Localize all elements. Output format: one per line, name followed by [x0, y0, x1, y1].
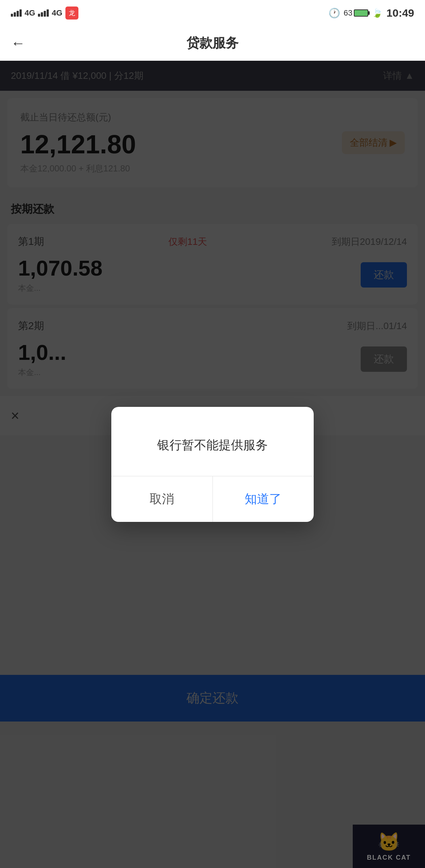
- dialog-confirm-button[interactable]: 知道了: [213, 476, 314, 522]
- signal-icon-2: [38, 9, 49, 17]
- dialog-body: 银行暂不能提供服务: [111, 407, 314, 476]
- dialog-message: 银行暂不能提供服务: [126, 436, 299, 454]
- alarm-icon: 🕐: [329, 8, 340, 19]
- status-right: 🕐 63 🍃 10:49: [329, 7, 414, 19]
- back-button[interactable]: ←: [11, 35, 25, 51]
- battery-indicator: 63: [344, 8, 368, 18]
- dialog-cancel-button[interactable]: 取消: [111, 476, 213, 522]
- status-left: 4G 4G 龙: [11, 7, 78, 20]
- modal-overlay: 银行暂不能提供服务 取消 知道了: [0, 61, 425, 868]
- top-nav: ← 贷款服务: [0, 26, 425, 61]
- network-type-1: 4G: [25, 8, 35, 18]
- signal-icon-1: [11, 9, 22, 17]
- background-content: 2019/11/14 借 ¥12,000 | 分12期 详情 ▲ 截止当日待还总…: [0, 61, 425, 868]
- status-bar: 4G 4G 龙 🕐 63 🍃 10:49: [0, 0, 425, 26]
- time-display: 10:49: [386, 7, 414, 19]
- leaf-icon: 🍃: [372, 8, 383, 18]
- dialog-actions: 取消 知道了: [111, 476, 314, 522]
- network-type-2: 4G: [52, 8, 62, 18]
- app-icon: 龙: [65, 7, 78, 20]
- battery-level: 63: [344, 8, 352, 18]
- page-title: 贷款服务: [186, 34, 239, 52]
- dialog: 银行暂不能提供服务 取消 知道了: [111, 407, 314, 522]
